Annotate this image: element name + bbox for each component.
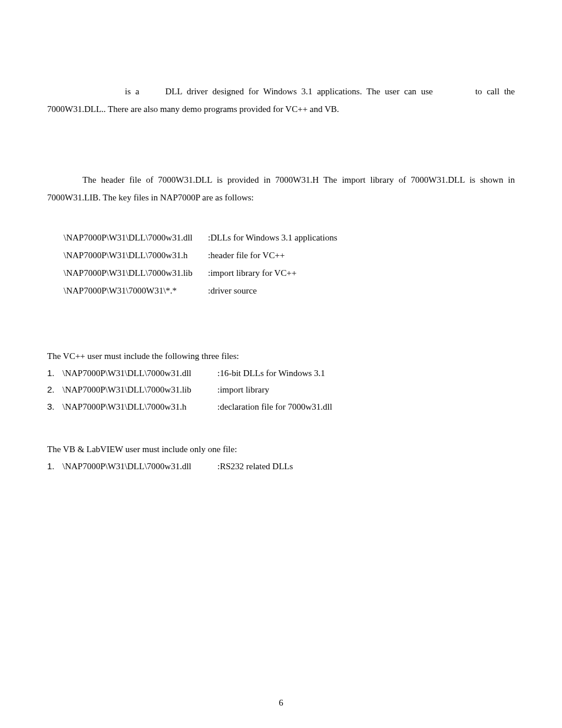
file-desc: :driver source — [208, 282, 257, 299]
list-num: 2. — [47, 381, 62, 398]
file-table: \NAP7000P\W31\DLL\7000w31.dll :DLLs for … — [64, 229, 515, 299]
document-content: is aDLL driver designed for Windows 3.1 … — [47, 83, 515, 475]
file-row: \NAP7000P\W31\DLL\7000w31.dll :DLLs for … — [64, 229, 515, 246]
para1-isa: is a — [125, 87, 140, 96]
list-path: \NAP7000P\W31\DLL\7000w31.dll — [62, 458, 217, 475]
list-num: 1. — [47, 458, 62, 475]
file-path: \NAP7000P\W31\7000W31\*.* — [64, 282, 208, 299]
list-num: 3. — [47, 398, 62, 416]
list-desc: :declaration file for 7000w31.dll — [217, 398, 332, 416]
page-number: 6 — [0, 698, 562, 708]
file-path: \NAP7000P\W31\DLL\7000w31.lib — [64, 264, 208, 282]
file-row: \NAP7000P\W31\7000W31\*.* :driver source — [64, 282, 515, 299]
file-desc: :header file for VC++ — [208, 246, 285, 264]
vb-section: The VB & LabVIEW user must include only … — [47, 441, 515, 475]
file-path: \NAP7000P\W31\DLL\7000w31.h — [64, 246, 208, 264]
list-desc: :import library — [217, 381, 269, 398]
paragraph-2: The header file of 7000W31.DLL is provid… — [47, 171, 515, 206]
para1-mid: DLL driver designed for Windows 3.1 appl… — [166, 87, 433, 96]
vc-section: The VC++ user must include the following… — [47, 348, 515, 415]
paragraph-1: is aDLL driver designed for Windows 3.1 … — [47, 83, 515, 118]
file-path: \NAP7000P\W31\DLL\7000w31.dll — [64, 229, 208, 246]
list-path: \NAP7000P\W31\DLL\7000w31.dll — [62, 365, 217, 382]
file-row: \NAP7000P\W31\DLL\7000w31.h :header file… — [64, 246, 515, 264]
vb-intro: The VB & LabVIEW user must include only … — [47, 441, 515, 458]
list-desc: :16-bit DLLs for Windows 3.1 — [217, 365, 325, 382]
file-desc: :DLLs for Windows 3.1 applications — [208, 229, 338, 246]
list-num: 1. — [47, 365, 62, 382]
list-row: 3. \NAP7000P\W31\DLL\7000w31.h :declarat… — [47, 398, 515, 416]
file-desc: :import library for VC++ — [208, 264, 296, 282]
list-path: \NAP7000P\W31\DLL\7000w31.h — [62, 398, 217, 416]
list-row: 1. \NAP7000P\W31\DLL\7000w31.dll :16-bit… — [47, 365, 515, 382]
list-row: 2. \NAP7000P\W31\DLL\7000w31.lib :import… — [47, 381, 515, 398]
list-row: 1. \NAP7000P\W31\DLL\7000w31.dll :RS232 … — [47, 458, 515, 475]
vc-intro: The VC++ user must include the following… — [47, 348, 515, 365]
list-path: \NAP7000P\W31\DLL\7000w31.lib — [62, 381, 217, 398]
list-desc: :RS232 related DLLs — [217, 458, 293, 475]
file-row: \NAP7000P\W31\DLL\7000w31.lib :import li… — [64, 264, 515, 282]
